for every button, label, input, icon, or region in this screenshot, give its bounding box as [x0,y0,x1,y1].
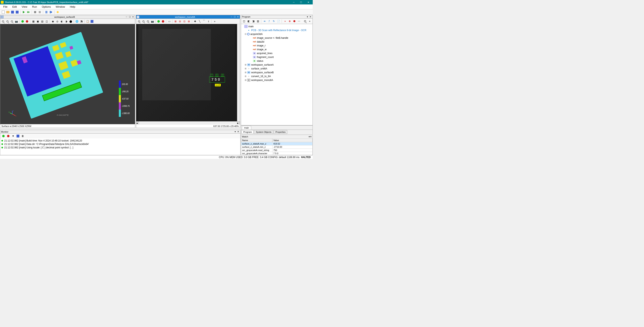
tab-program[interactable]: Program [242,130,254,134]
view-2-button[interactable]: ⬔ [79,19,83,24]
tab-main[interactable]: main [242,126,251,130]
record-stop-button[interactable] [25,19,29,24]
tool-6-button[interactable]: ◎ [55,19,59,24]
draw-cross-button[interactable]: ✚ [193,19,197,24]
tool-8-button[interactable]: ◑ [64,19,68,24]
tool-1-button[interactable]: ▦ [31,19,35,24]
tool-9-button[interactable]: ⬤ [68,19,73,24]
view-1-button[interactable]: 🌐 [75,19,79,24]
expand-icon[interactable]: ⊞ [244,64,247,66]
monitor-close-button[interactable]: ✕ [237,130,240,133]
watch-value-cell[interactable]: 7 5 0 [272,152,312,155]
tab-properties[interactable]: Properties [274,130,287,134]
viewport-close-button[interactable]: ✕ [131,16,134,18]
monitor-dropdown-button[interactable]: ▾ [234,130,237,133]
step-button[interactable] [49,10,53,14]
tree-node-item[interactable]: ⊞ > surface_untiltA [244,67,312,71]
menu-edit[interactable]: Edit [10,5,19,9]
prog-tb-4[interactable]: ▥ [256,19,260,23]
menu-help[interactable]: Help [68,5,78,9]
tool-7-button[interactable]: ◐ [60,19,64,24]
prog-more-button[interactable]: » [308,19,312,23]
roi-rect-button[interactable]: ▭ [167,19,171,24]
collapse-icon[interactable]: ⊟ [244,33,247,35]
save-view-button[interactable] [90,19,94,24]
program-dropdown-button[interactable]: ▾ [306,15,309,18]
prog-tb-5[interactable]: ➔ [262,19,266,23]
zoom-sel-button[interactable] [146,19,150,24]
viewport-min-button[interactable]: ─ [230,16,233,18]
watch-name-cell[interactable]: surface_z_statsA.max_z [241,142,272,145]
record-go-button[interactable] [20,19,24,24]
tree-node-var[interactable]: Hdl image_w [250,48,312,51]
expand-icon[interactable]: ⊞ [244,79,247,81]
tree-node-item[interactable]: ⊞ > convert_16_to_8A [244,74,312,78]
tree-node-acquire3da[interactable]: ⊟ acquire3dA [244,32,312,36]
watch-value-cell[interactable]: 750 [272,149,312,152]
watch-name-cell[interactable]: surface_z_statsA.min_z [241,145,272,149]
prog-tb-1[interactable]: ◫ [242,19,246,23]
draw-bars-button[interactable]: ⦀ [206,19,210,24]
watch-value-cell[interactable]: -2710.93 [272,145,312,149]
tool-2-button[interactable]: ▣ [36,19,40,24]
monitor-go-button[interactable] [2,134,6,138]
zoom-out-button[interactable] [10,19,14,24]
watch-value-cell[interactable]: 419.52 [272,142,312,145]
menu-run[interactable]: Run [30,5,39,9]
roi-1-button[interactable]: ⊠ [174,19,178,24]
tree-node-item[interactable]: ⊞ 3D workspace_surfaceB [244,71,312,74]
close-button[interactable]: ✕ [305,0,312,5]
tree-node-var[interactable]: Hdl data3d [250,40,312,44]
tree-node-var[interactable]: N acquired_lines [250,51,312,55]
zoom-in-button[interactable] [6,19,10,24]
watch-name-cell[interactable]: ocr_grayscaleA.character [241,152,272,155]
zoom-fit-button[interactable] [1,19,5,24]
monitor-filter-button[interactable]: ▼ [11,134,15,138]
menu-window[interactable]: Window [53,5,68,9]
go-button[interactable] [156,19,160,24]
roi-2-button[interactable]: ⊟ [178,19,182,24]
viewport-2d-canvas[interactable]: 7 5 0 750 rectA [136,24,237,121]
monitor-save-button[interactable] [16,134,20,138]
program-close-button[interactable]: ✕ [309,15,312,18]
tree-node-main[interactable]: ⬚ main [242,25,312,28]
expand-icon[interactable]: ⊞ [244,67,247,70]
vertical-scrollbar[interactable] [237,24,240,121]
saveall-button[interactable] [15,10,19,14]
watch-col-name[interactable]: Name [241,138,272,142]
tree-node-var[interactable]: N fragment_count [250,55,312,59]
pause-button[interactable] [44,10,48,14]
prog-tb-7[interactable]: ↻ [272,19,276,23]
prog-tb-10[interactable]: ⊗ [288,19,292,23]
tool-5-button[interactable]: ◉ [51,19,55,24]
zoom-in-button[interactable] [142,19,146,24]
draw-line-button[interactable]: ╲ [198,19,202,24]
run-cont-button[interactable] [26,10,30,14]
viewport-max-button[interactable]: ☐ [233,16,236,18]
prog-tb-6[interactable]: ⤴ [267,19,271,23]
horizontal-scrollbar[interactable]: ◂▸ [136,121,240,124]
new-button[interactable] [1,10,5,14]
save-button[interactable] [10,10,14,14]
draw-arc-button[interactable]: ⌒ [202,19,206,24]
tree-node-note[interactable]: ● PCB - 3D Scan with Reflectance 8-bit I… [244,28,312,32]
viewport-3d-canvas[interactable]: 105.00 -266.25 -637.50 -1008.75 -1380.00… [0,24,135,124]
viewport-max-button[interactable]: ☐ [128,16,131,18]
stop-button[interactable] [161,19,165,24]
roi-3-button[interactable]: ⊡ [182,19,186,24]
watch-grid[interactable]: Name Value [241,138,312,142]
prog-tb-11[interactable] [292,19,296,23]
expand-icon[interactable]: ⊞ [244,75,247,77]
more-button[interactable]: » [213,19,217,24]
zoom-fit-button[interactable] [137,19,141,24]
stop-button[interactable] [33,10,37,14]
tree-node-item[interactable]: ⊞ 8 workspace_mono8A [244,78,312,82]
tree-node-var[interactable]: Hdl image_r [250,44,312,48]
tree-node-var[interactable]: Hdl image_source <- fileB.handle [250,36,312,40]
snapshot-button[interactable]: 📷 [14,19,18,24]
watch-name-cell[interactable]: ocr_grayscaleA.read_string [241,149,272,152]
prog-tb-8[interactable]: 📄 [276,19,280,23]
tree-node-var[interactable]: B status [250,59,312,63]
roi-4-button[interactable]: ⊞ [187,19,191,24]
viewport-titlebar-mono8a[interactable]: 8 workspace_mono8A ─ ☐ ✕ [136,15,240,19]
